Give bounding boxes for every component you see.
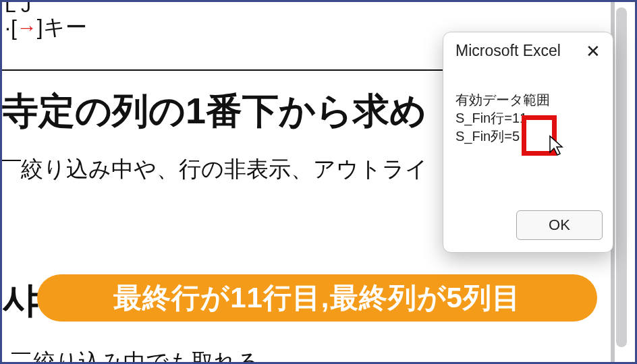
dash-icon xyxy=(2,160,21,161)
section-subtext: 絞り込み中や、行の非表示、アウトライ xyxy=(21,154,428,185)
dialog-titlebar: Microsoft Excel ✕ xyxy=(455,42,601,60)
sfin-row-label: S_Fin行= xyxy=(455,111,512,125)
key-hint-line: ·[ → ]キー xyxy=(5,13,87,42)
dialog-line-2: S_Fin行=11 xyxy=(455,109,601,127)
ok-button[interactable]: OK xyxy=(516,210,603,240)
dialog-line-1: 有効データ範囲 xyxy=(455,91,601,109)
arrow-right-icon: → xyxy=(17,16,37,39)
dialog-body: 有効データ範囲 S_Fin行=11 S_Fin列=5 xyxy=(455,91,601,146)
message-box: Microsoft Excel ✕ 有効データ範囲 S_Fin行=11 S_Fi… xyxy=(443,32,613,253)
dash-icon xyxy=(11,353,30,354)
key-bracket-close: ]キー xyxy=(37,13,87,42)
sfin-col-label: S_Fin列= xyxy=(455,129,512,144)
dialog-title: Microsoft Excel xyxy=(455,42,561,60)
caption-overlay: 最終行が11行目,最終列が5列目 xyxy=(37,274,597,322)
sfin-row-value: 11 xyxy=(512,111,527,125)
section-subtext-2: 絞り込み中でも取れる xyxy=(33,347,260,364)
text-fragment-left: 샤 xyxy=(2,276,38,325)
section-heading: 寺定の列の1番下から求め xyxy=(2,87,426,136)
dialog-line-3: S_Fin列=5 xyxy=(455,127,601,146)
sfin-col-value: 5 xyxy=(512,129,520,144)
close-icon[interactable]: ✕ xyxy=(586,42,601,60)
key-bracket-open: ·[ xyxy=(5,16,17,40)
caption-text: 最終行が11行目,最終列が5列目 xyxy=(113,279,521,317)
vertical-scrollbar[interactable] xyxy=(616,7,627,347)
